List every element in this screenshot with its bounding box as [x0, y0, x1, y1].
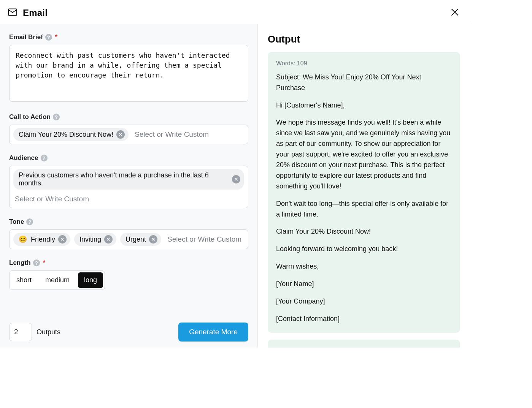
help-icon[interactable]: ? [26, 218, 33, 225]
output-signature: [Contact Information] [276, 314, 452, 324]
output-title: Output [268, 33, 460, 45]
brief-textarea[interactable] [9, 45, 248, 102]
page-title: Email [23, 8, 48, 18]
cta-label: Call to Action [9, 113, 51, 121]
remove-tag-button[interactable]: ✕ [232, 175, 240, 183]
x-icon: ✕ [60, 236, 65, 242]
tone-tag-text: Urgent [125, 236, 146, 244]
length-section: Length ? * short medium long [9, 259, 248, 290]
help-icon[interactable]: ? [45, 34, 52, 41]
cta-section: Call to Action ? Claim Your 20% Discount… [9, 113, 248, 144]
length-segmented: short medium long [9, 270, 105, 290]
output-greeting: Hi [Customer's Name], [276, 100, 452, 111]
output-card: Words: 109 Subject: We Miss You! Enjoy 2… [268, 52, 460, 333]
tone-label: Tone [9, 218, 24, 226]
audience-label: Audience [9, 154, 38, 162]
tone-section: Tone ? 😊 Friendly ✕ Inviting ✕ [9, 218, 248, 249]
output-closing: Looking forward to welcoming you back! [276, 244, 452, 255]
audience-tag: Previous customers who haven't made a pu… [13, 169, 244, 190]
tone-placeholder: Select or Write Custom [165, 234, 244, 245]
brief-label: Email Brief [9, 33, 43, 41]
audience-tag-text: Previous customers who haven't made a pu… [19, 171, 229, 187]
tone-input[interactable]: 😊 Friendly ✕ Inviting ✕ Urgent ✕ Selec [9, 229, 248, 249]
length-option-short[interactable]: short [10, 271, 38, 289]
output-subject: Subject: We Miss You! Enjoy 20% Off Your… [276, 72, 452, 93]
remove-tag-button[interactable]: ✕ [149, 235, 157, 244]
length-option-medium[interactable]: medium [38, 271, 76, 289]
x-icon: ✕ [118, 131, 123, 138]
tone-tag: 😊 Friendly ✕ [13, 233, 70, 246]
output-signature: Warm wishes, [276, 261, 452, 272]
help-icon[interactable]: ? [53, 114, 60, 120]
output-signature: [Your Name] [276, 279, 452, 289]
generate-button[interactable]: Generate More [178, 323, 248, 342]
cta-tag-text: Claim Your 20% Discount Now! [19, 131, 113, 139]
word-count: Words: 109 [276, 59, 452, 68]
mail-icon [8, 7, 17, 19]
output-cta: Claim Your 20% Discount Now! [276, 226, 452, 237]
titlebar: Email [0, 0, 470, 24]
help-icon[interactable]: ? [33, 259, 40, 266]
cta-input[interactable]: Claim Your 20% Discount Now! ✕ Select or… [9, 125, 248, 144]
brief-section: Email Brief ? * [9, 33, 248, 103]
remove-tag-button[interactable]: ✕ [104, 235, 113, 244]
remove-tag-button[interactable]: ✕ [58, 235, 67, 244]
x-icon: ✕ [151, 236, 156, 242]
close-button[interactable] [449, 6, 461, 19]
length-option-long[interactable]: long [78, 272, 103, 288]
output-body: Don't wait too long—this special offer i… [276, 199, 452, 220]
close-icon [450, 12, 459, 18]
length-label: Length [9, 259, 31, 267]
audience-placeholder: Select or Write Custom [13, 193, 244, 205]
output-panel: Output Words: 109 Subject: We Miss You! … [258, 24, 470, 348]
emoji-icon: 😊 [19, 235, 27, 244]
word-count: Words: 110 [276, 346, 452, 348]
output-signature: [Your Company] [276, 296, 452, 307]
x-icon: ✕ [234, 176, 238, 182]
x-icon: ✕ [106, 236, 111, 242]
tone-tag: Urgent ✕ [120, 233, 161, 246]
cta-placeholder: Select or Write Custom [132, 129, 211, 140]
outputs-count-input[interactable] [9, 323, 32, 341]
audience-input[interactable]: Previous customers who haven't made a pu… [9, 166, 248, 208]
help-icon[interactable]: ? [41, 155, 48, 161]
bottom-bar: Outputs Generate More [0, 317, 257, 348]
output-body: We hope this message finds you well! It'… [276, 117, 452, 191]
remove-tag-button[interactable]: ✕ [116, 130, 125, 139]
required-marker: * [43, 259, 46, 267]
outputs-label: Outputs [37, 328, 60, 336]
cta-tag: Claim Your 20% Discount Now! ✕ [13, 128, 129, 141]
output-card: Words: 110 Subject: We Miss You! Enjoy 2… [268, 340, 460, 348]
tone-tag-text: Inviting [79, 236, 101, 244]
audience-section: Audience ? Previous customers who haven'… [9, 154, 248, 208]
required-marker: * [55, 33, 58, 41]
tone-tag: Inviting ✕ [74, 233, 116, 246]
tone-tag-text: Friendly [31, 236, 55, 244]
